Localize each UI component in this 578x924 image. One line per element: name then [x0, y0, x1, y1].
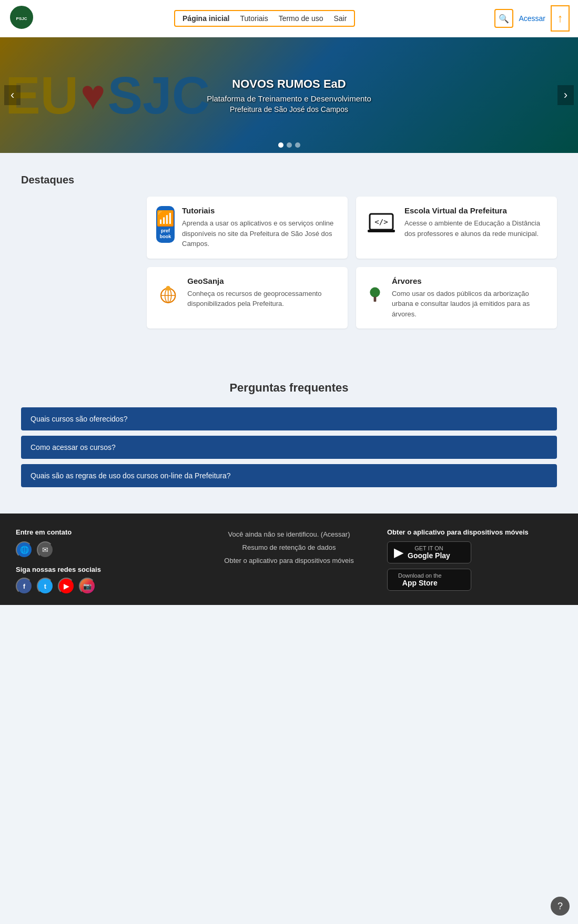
- footer-mail-button[interactable]: ✉: [37, 541, 54, 558]
- nav-item-tutoriais[interactable]: Tutoriais: [240, 14, 268, 23]
- footer: Entre em contato 🌐 ✉ Siga nossas redes s…: [0, 514, 578, 605]
- escola-virtual-body: Escola Virtual da Prefeitura Acesse o am…: [404, 206, 547, 239]
- carousel-subtitle2: Prefeitura de São José dos Campos: [207, 105, 371, 114]
- tutoriais-description: Aprenda a usar os aplicativos e os servi…: [182, 218, 338, 249]
- faq-item-1[interactable]: Quais cursos são oferecidos?: [21, 407, 557, 430]
- arrow-up-icon: ↑: [551, 5, 570, 32]
- geosanja-title: GeoSanja: [187, 276, 338, 285]
- tutoriais-body: Tutoriais Aprenda a usar os aplicativos …: [182, 206, 338, 249]
- svg-text:</>: </>: [374, 218, 388, 226]
- destaque-card-arvores[interactable]: Árvores Como usar os dados públicos da a…: [356, 267, 557, 329]
- footer-app-title: Obter o aplicativo para dispositivos móv…: [387, 528, 529, 536]
- escola-virtual-icon: </>: [366, 206, 397, 243]
- escola-virtual-title: Escola Virtual da Prefeitura: [404, 206, 547, 215]
- nav-item-home[interactable]: Página inicial: [182, 14, 229, 23]
- footer-contact-icons: 🌐 ✉: [16, 541, 191, 558]
- faq-section: Perguntas frequentes Quais cursos são of…: [0, 350, 578, 514]
- search-button[interactable]: 🔍: [494, 9, 513, 28]
- tutoriais-icon: 📶 prefbook: [156, 206, 175, 243]
- nav-item-termo[interactable]: Termo de uso: [279, 14, 323, 23]
- footer-social: Siga nossas redes sociais f t ▶ 📷: [16, 566, 191, 594]
- footer-acessar-link[interactable]: Você ainda não se identificou. (Acessar): [201, 530, 377, 538]
- facebook-button[interactable]: f: [16, 578, 33, 594]
- footer-contact-col: Entre em contato 🌐 ✉ Siga nossas redes s…: [16, 528, 191, 594]
- svg-point-10: [370, 287, 380, 297]
- logo: PSJC: [8, 4, 35, 33]
- header-right: 🔍 Acessar ↑: [494, 5, 570, 32]
- geosanja-body: GeoSanja Conheça os recursos de geoproce…: [187, 276, 338, 309]
- google-play-icon: ▶: [394, 545, 403, 560]
- header: PSJC Página inicial Tutoriais Termo de u…: [0, 0, 578, 37]
- geosanja-icon: [156, 276, 180, 313]
- acessar-button[interactable]: Acessar: [519, 14, 545, 23]
- arvores-body: Árvores Como usar os dados públicos da a…: [392, 276, 547, 320]
- carousel-next-button[interactable]: ›: [557, 85, 574, 105]
- hero-carousel: EU ♥ SJC NOVOS RUMOS EaD Plataforma de T…: [0, 37, 578, 153]
- footer-contact-title: Entre em contato: [16, 528, 191, 536]
- footer-center-col: Você ainda não se identificou. (Acessar)…: [201, 528, 377, 594]
- google-play-button[interactable]: ▶ GET IT ON Google Play: [387, 541, 471, 563]
- carousel-title: NOVOS RUMOS EaD: [207, 77, 371, 91]
- tutoriais-title: Tutoriais: [182, 206, 338, 215]
- footer-globe-button[interactable]: 🌐: [16, 541, 33, 558]
- geosanja-description: Conheça os recursos de geoprocessamento …: [187, 289, 338, 309]
- svg-rect-4: [368, 230, 395, 232]
- footer-app-link[interactable]: Obter o aplicativo para dispositivos móv…: [201, 557, 377, 564]
- carousel-text: NOVOS RUMOS EaD Plataforma de Treinament…: [207, 77, 371, 114]
- faq-item-3[interactable]: Quais são as regras de uso dos cursos on…: [21, 464, 557, 487]
- carousel-dot-2[interactable]: [287, 142, 292, 148]
- destaque-card-escola-virtual[interactable]: </> Escola Virtual da Prefeitura Acesse …: [356, 197, 557, 259]
- svg-text:PSJC: PSJC: [16, 16, 27, 21]
- carousel-subtitle: Plataforma de Treinamento e Desenvolvime…: [207, 94, 371, 103]
- app-store-button[interactable]: Download on the App Store: [387, 569, 471, 591]
- footer-social-title: Siga nossas redes sociais: [16, 566, 191, 573]
- instagram-button[interactable]: 📷: [79, 578, 96, 594]
- carousel-background: EU ♥ SJC NOVOS RUMOS EaD Plataforma de T…: [0, 37, 578, 153]
- carousel-prev-button[interactable]: ‹: [4, 85, 21, 105]
- destaque-card-geosanja[interactable]: GeoSanja Conheça os recursos de geoproce…: [147, 267, 348, 329]
- faq-title: Perguntas frequentes: [21, 381, 557, 395]
- arvores-icon: [366, 276, 384, 313]
- carousel-dot-1[interactable]: [278, 142, 283, 148]
- faq-item-2[interactable]: Como acessar os cursos?: [21, 436, 557, 459]
- footer-retencao-link[interactable]: Resumo de retenção de dados: [201, 543, 377, 551]
- app-store-label: Download on the App Store: [398, 572, 442, 587]
- destaques-title: Destaques: [21, 174, 557, 186]
- social-icons: f t ▶ 📷: [16, 578, 191, 594]
- google-play-label: GET IT ON Google Play: [408, 545, 450, 560]
- twitter-button[interactable]: t: [37, 578, 54, 594]
- arvores-title: Árvores: [392, 276, 547, 285]
- svg-rect-11: [374, 296, 377, 302]
- destaque-card-tutoriais[interactable]: 📶 prefbook Tutoriais Aprenda a usar os a…: [147, 197, 348, 259]
- carousel-dot-3[interactable]: [295, 142, 300, 148]
- destaques-section: Destaques 📶 prefbook Tutoriais Aprenda a…: [0, 153, 578, 350]
- youtube-button[interactable]: ▶: [58, 578, 75, 594]
- nav-item-sair[interactable]: Sair: [334, 14, 347, 23]
- main-nav: Página inicial Tutoriais Termo de uso Sa…: [174, 10, 355, 27]
- arvores-description: Como usar os dados públicos da arborizaç…: [392, 289, 547, 320]
- destaques-grid: 📶 prefbook Tutoriais Aprenda a usar os a…: [147, 197, 557, 328]
- search-icon: 🔍: [499, 14, 509, 24]
- carousel-dots: [278, 142, 300, 148]
- footer-app-col: Obter o aplicativo para dispositivos móv…: [387, 528, 562, 594]
- escola-virtual-description: Acesse o ambiente de Educação a Distânci…: [404, 218, 547, 239]
